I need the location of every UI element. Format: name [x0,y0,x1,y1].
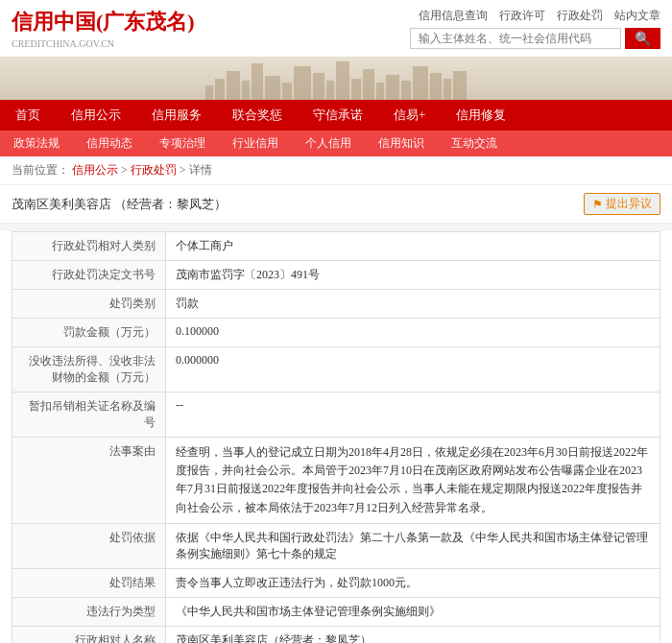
report-button[interactable]: ⚑ 提出异议 [584,193,660,215]
header-links: 信用信息查询 行政许可 行政处罚 站内文章 [419,8,660,24]
company-name: 茂南区美利美容店 [12,197,111,211]
nav-special-manage[interactable]: 专项治理 [146,131,219,156]
breadcrumb-prefix: 当前位置： [12,163,69,177]
table-row: 暂扣吊销相关证名称及编号 -- [12,393,660,438]
value-legal-fact: 经查明，当事人的登记成立日期为2018年4月28日，依规定必须在2023年6月3… [166,438,660,524]
nav-credit-repair[interactable]: 信用修复 [441,100,521,131]
label-legal-fact: 法事案由 [12,438,166,524]
company-title: 茂南区美利美容店 （经营者：黎凤芝） [12,196,227,213]
skyline-decoration [0,57,672,100]
nav-home[interactable]: 首页 [0,100,56,131]
value-fine-amount: 0.100000 [166,319,660,347]
breadcrumb-detail: 详情 [189,163,212,177]
table-row: 处罚结果 责令当事人立即改正违法行为，处罚款1000元。 [12,568,660,597]
nav-credit-service[interactable]: 信用服务 [136,100,217,131]
label-illegal-type: 违法行为类型 [12,597,166,626]
header-link-site-article[interactable]: 站内文章 [614,8,660,24]
company-manager: 黎凤芝 [177,197,214,211]
logo-area: 信用中国(广东茂名) CREDITCHINA.GOV.CN [12,8,195,49]
main-content: 行政处罚相对人类别 个体工商户 行政处罚决定文书号 茂南市监罚字〔2023〕49… [0,231,672,643]
value-confiscate-amount: 0.000000 [166,347,660,393]
search-bar: 🔍 [410,28,660,49]
table-row: 没收违法所得、没收非法财物的金额（万元） 0.000000 [12,347,660,393]
value-punish-result: 责令当事人立即改正违法行为，处罚款1000元。 [166,568,660,597]
value-doc-no: 茂南市监罚字〔2023〕491号 [166,261,660,290]
nav-industry-credit[interactable]: 行业信用 [219,131,292,156]
nav-secondary: 政策法规 信用动态 专项治理 行业信用 个人信用 信用知识 互动交流 [0,131,672,156]
table-row: 行政相对人名称 茂南区美利美容店（经营者：黎凤芝） [12,626,660,643]
nav-keep-promise[interactable]: 守信承诺 [298,100,378,131]
label-punish-result: 处罚结果 [12,568,166,597]
table-row: 违法行为类型 《中华人民共和国市场主体登记管理条例实施细则》 [12,597,660,626]
table-row: 处罚类别 罚款 [12,290,660,319]
value-punish-basis: 依据《中华人民共和国行政处罚法》第二十八条第一款及《中华人民共和国市场主体登记管… [166,523,660,568]
detail-table: 行政处罚相对人类别 个体工商户 行政处罚决定文书号 茂南市监罚字〔2023〕49… [12,231,660,643]
value-type: 个体工商户 [166,232,660,261]
value-punish-type: 罚款 [166,290,660,319]
nav-primary: 首页 信用公示 信用服务 联合奖惩 守信承诺 信易+ 信用修复 [0,100,672,131]
header-link-admin-permit[interactable]: 行政许可 [499,8,545,24]
header-right: 信用信息查询 行政许可 行政处罚 站内文章 🔍 [410,8,660,49]
label-fine-amount: 罚款金额（万元） [12,319,166,347]
label-revoke: 暂扣吊销相关证名称及编号 [12,393,166,438]
table-row: 行政处罚相对人类别 个体工商户 [12,232,660,261]
search-input[interactable] [410,28,621,49]
table-row: 处罚依据 依据《中华人民共和国行政处罚法》第二十八条第一款及《中华人民共和国市场… [12,523,660,568]
nav-interaction[interactable]: 互动交流 [438,131,511,156]
label-punish-type: 处罚类别 [12,290,166,319]
label-relative-name: 行政相对人名称 [12,626,166,643]
logo-sub: CREDITCHINA.GOV.CN [12,38,195,49]
table-row: 法事案由 经查明，当事人的登记成立日期为2018年4月28日，依规定必须在202… [12,438,660,524]
nav-xin-yi-plus[interactable]: 信易+ [378,100,441,131]
nav-credit-news[interactable]: 信用动态 [73,131,146,156]
search-button[interactable]: 🔍 [625,28,660,49]
label-doc-no: 行政处罚决定文书号 [12,261,166,290]
label-confiscate-amount: 没收违法所得、没收非法财物的金额（万元） [12,347,166,393]
breadcrumb-admin-punish[interactable]: 行政处罚 [131,163,177,177]
header-link-admin-punish[interactable]: 行政处罚 [557,8,603,24]
nav-credit-display[interactable]: 信用公示 [56,100,136,131]
value-illegal-type: 《中华人民共和国市场主体登记管理条例实施细则》 [166,597,660,626]
nav-personal-credit[interactable]: 个人信用 [292,131,365,156]
table-row: 行政处罚决定文书号 茂南市监罚字〔2023〕491号 [12,261,660,290]
company-bar: 茂南区美利美容店 （经营者：黎凤芝） ⚑ 提出异议 [0,185,672,224]
label-type: 行政处罚相对人类别 [12,232,166,261]
logo-text: 信用中国(广东茂名) [12,8,195,36]
header-link-credit-query[interactable]: 信用信息查询 [419,8,488,24]
header: 信用中国(广东茂名) CREDITCHINA.GOV.CN 信用信息查询 行政许… [0,0,672,57]
breadcrumb: 当前位置： 信用公示 > 行政处罚 > 详情 [0,156,672,185]
table-row: 罚款金额（万元） 0.100000 [12,319,660,347]
nav-joint-reward[interactable]: 联合奖惩 [217,100,298,131]
value-revoke: -- [166,393,660,438]
nav-credit-knowledge[interactable]: 信用知识 [365,131,438,156]
breadcrumb-credit-display[interactable]: 信用公示 [72,163,118,177]
nav-policy[interactable]: 政策法规 [0,131,73,156]
label-punish-basis: 处罚依据 [12,523,166,568]
value-relative-name: 茂南区美利美容店（经营者：黎凤芝） [166,626,660,643]
